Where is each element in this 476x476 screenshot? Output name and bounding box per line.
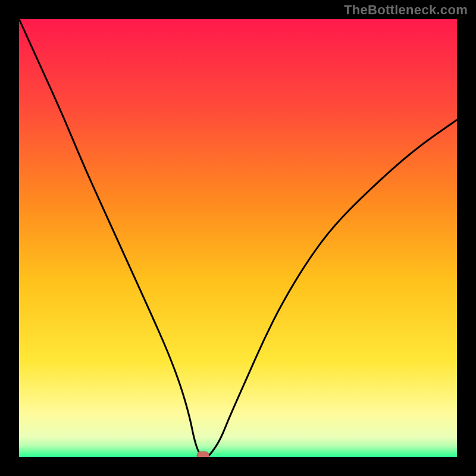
chart-svg bbox=[19, 19, 457, 457]
gradient-background bbox=[19, 19, 457, 457]
watermark-text: TheBottleneck.com bbox=[344, 2, 468, 18]
chart-frame: TheBottleneck.com bbox=[0, 0, 476, 476]
optimal-marker bbox=[197, 452, 209, 457]
plot-area bbox=[19, 19, 457, 457]
